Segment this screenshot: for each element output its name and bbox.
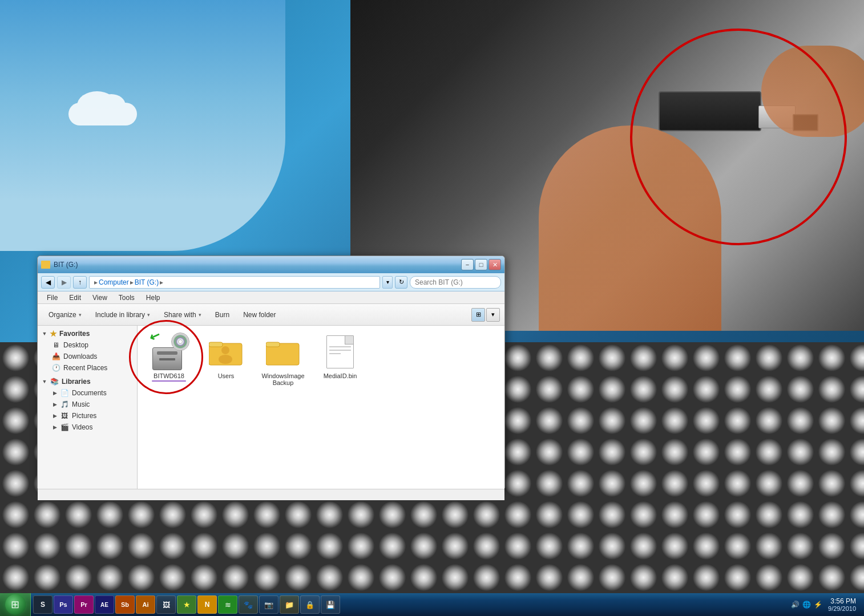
- cd-hole: [178, 339, 183, 344]
- back-button[interactable]: ◀: [41, 276, 55, 289]
- file-label-bitwd618: BITWD618: [154, 372, 184, 379]
- file-underline: [152, 380, 186, 382]
- include-library-button[interactable]: Include in library ▾: [89, 307, 156, 323]
- view-toggle-button[interactable]: ⊞: [471, 308, 485, 322]
- organize-dropdown-arrow: ▾: [79, 312, 82, 318]
- premiere-icon: Pr: [78, 599, 90, 610]
- taskbar-soundbooth[interactable]: Sb: [115, 595, 135, 614]
- taskbar-app-10[interactable]: 🐾: [239, 595, 258, 614]
- sidebar-item-documents[interactable]: ▶ 📄 Documents: [38, 387, 137, 399]
- new-folder-button[interactable]: New folder: [237, 307, 282, 323]
- favorites-expand-icon: ▼: [41, 330, 48, 337]
- doc-line-3: [329, 353, 341, 354]
- minimize-button[interactable]: −: [461, 259, 474, 270]
- libraries-header[interactable]: ▼ 📚 Libraries: [38, 376, 137, 387]
- photoshop-icon: Ps: [58, 599, 69, 610]
- users-folder-icon: [208, 334, 244, 370]
- breadcrumb-bit-drive[interactable]: BIT (G:): [135, 278, 159, 286]
- taskbar-photoshop[interactable]: Ps: [54, 595, 73, 614]
- libraries-expand-icon: ▼: [41, 378, 48, 385]
- taskbar-app-12[interactable]: 📁: [280, 595, 299, 614]
- taskbar-app-11[interactable]: 📷: [259, 595, 278, 614]
- hdd-detail: [157, 351, 177, 355]
- sidebar-item-pictures[interactable]: ▶ 🖼 Pictures: [38, 410, 137, 422]
- address-path[interactable]: ▸ Computer ▸ BIT (G:) ▸: [89, 276, 380, 289]
- share-with-button[interactable]: Share with ▾: [158, 307, 208, 323]
- taskbar-app-14[interactable]: 💾: [321, 595, 340, 614]
- breadcrumb-separator-2: ▸: [130, 278, 134, 286]
- clock[interactable]: 3:56 PM 9/29/2010: [825, 597, 859, 612]
- sidebar-item-downloads[interactable]: 📥 Downloads: [38, 351, 137, 362]
- start-button[interactable]: ⊞: [0, 593, 31, 616]
- hdd-body: [152, 347, 182, 370]
- folder-svg: [209, 338, 243, 366]
- file-item-windows-image-backup[interactable]: WindowsImageBackup: [257, 331, 309, 388]
- taskbar-norton[interactable]: N: [197, 595, 217, 614]
- up-button[interactable]: ↑: [73, 276, 87, 289]
- favorites-header[interactable]: ▼ ★ Favorites: [38, 328, 137, 339]
- breadcrumb-separator-1: ▸: [94, 278, 98, 286]
- file-item-mediaid[interactable]: MediaID.bin: [314, 331, 366, 388]
- videos-icon: 🎬: [60, 423, 69, 432]
- folder-svg-2: [266, 338, 300, 366]
- breadcrumb-computer[interactable]: Computer: [99, 278, 129, 286]
- taskbar-app-6[interactable]: 🖼: [156, 595, 176, 614]
- libraries-icon: 📚: [50, 377, 59, 386]
- menu-tools[interactable]: Tools: [114, 293, 139, 303]
- documents-expand: ▶: [51, 390, 58, 396]
- view-dropdown-button[interactable]: ▾: [486, 308, 500, 322]
- windows-image-backup-icon: [265, 334, 301, 370]
- menu-file[interactable]: File: [42, 293, 62, 303]
- address-dropdown[interactable]: ▾: [382, 276, 393, 289]
- file-item-users[interactable]: Users: [200, 331, 252, 388]
- taskbar-steam[interactable]: S: [33, 595, 53, 614]
- recent-places-icon: 🕐: [51, 363, 60, 372]
- clock-date: 9/29/2010: [828, 605, 856, 612]
- breadcrumb-separator-3: ▸: [160, 278, 163, 286]
- window-controls: − □ ✕: [461, 259, 501, 270]
- favorites-label: Favorites: [59, 330, 90, 338]
- status-bar: [38, 489, 504, 500]
- tray-icon-2[interactable]: 🌐: [802, 600, 811, 609]
- app10-icon: 🐾: [243, 599, 254, 610]
- taskbar-illustrator[interactable]: Ai: [136, 595, 155, 614]
- file-label-users: Users: [218, 372, 235, 379]
- windows-logo-icon: ⊞: [11, 598, 19, 611]
- taskbar-premiere[interactable]: Pr: [74, 595, 94, 614]
- burn-button[interactable]: Burn: [209, 307, 236, 323]
- taskbar-app-13[interactable]: 🔒: [300, 595, 320, 614]
- forward-button[interactable]: ▶: [57, 276, 71, 289]
- refresh-button[interactable]: ↻: [395, 276, 407, 289]
- window-title: BIT (G:): [54, 261, 78, 269]
- bitwd618-icon: ↙: [151, 334, 187, 370]
- sidebar-item-desktop[interactable]: 🖥 Desktop: [38, 339, 137, 351]
- music-icon: 🎵: [60, 400, 69, 409]
- taskbar-app-9[interactable]: ≋: [218, 595, 237, 614]
- sidebar-item-videos[interactable]: ▶ 🎬 Videos: [38, 422, 137, 433]
- explorer-window: BIT (G:) − □ ✕ ◀ ▶ ↑ ▸ Computer ▸ BIT (G…: [37, 256, 505, 489]
- maximize-button[interactable]: □: [475, 259, 487, 270]
- drive-icon-container: ↙: [151, 334, 187, 370]
- search-input[interactable]: [410, 276, 501, 289]
- taskbar-after-effects[interactable]: AE: [95, 595, 114, 614]
- main-content: ▼ ★ Favorites 🖥 Desktop 📥 Downloads 🕐: [38, 326, 504, 489]
- menu-edit[interactable]: Edit: [64, 293, 86, 303]
- menu-help[interactable]: Help: [142, 293, 165, 303]
- sidebar-item-music[interactable]: ▶ 🎵 Music: [38, 399, 137, 410]
- doc-line-1: [329, 346, 351, 347]
- favorites-star-icon: ★: [50, 329, 57, 338]
- app9-icon: ≋: [222, 599, 233, 610]
- libraries-label: Libraries: [62, 378, 91, 386]
- documents-icon: 📄: [60, 388, 69, 398]
- sidebar-item-recent-places[interactable]: 🕐 Recent Places: [38, 362, 137, 374]
- toolbar: Organize ▾ Include in library ▾ Share wi…: [38, 304, 504, 326]
- app13-icon: 🔒: [304, 599, 316, 610]
- taskbar-app-7[interactable]: ★: [177, 595, 196, 614]
- tray-icon-3[interactable]: ⚡: [813, 600, 822, 609]
- organize-button[interactable]: Organize ▾: [42, 307, 88, 323]
- tray-icon-1[interactable]: 🔊: [790, 600, 800, 609]
- menu-view[interactable]: View: [88, 293, 112, 303]
- desktop-icon: 🖥: [51, 341, 60, 350]
- close-button[interactable]: ✕: [488, 259, 501, 270]
- file-item-bitwd618[interactable]: ↙ BITWD618: [143, 331, 195, 388]
